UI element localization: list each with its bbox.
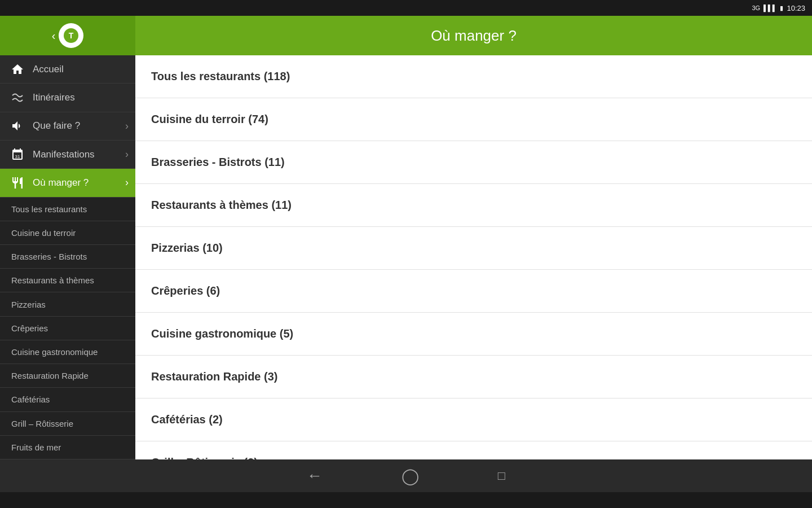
sidebar-label-manifestations: Manifestations: [33, 149, 95, 160]
header-title: Où manger ?: [135, 27, 812, 45]
fork-knife-icon: [9, 174, 26, 191]
sidebar-item-itineraires[interactable]: Itinéraires: [0, 84, 135, 112]
sub-item-restauration-rapide[interactable]: Restauration Rapide: [0, 364, 135, 388]
sub-item-restaurants-themes[interactable]: Restaurants à thèmes: [0, 269, 135, 292]
list-item-label-1: Cuisine du terroir (74): [151, 113, 268, 126]
sub-label-tous-restaurants: Tous les restaurants: [11, 204, 87, 214]
back-arrow-icon[interactable]: ‹: [52, 29, 56, 42]
sub-item-cuisine-terroir[interactable]: Cuisine du terroir: [0, 221, 135, 245]
sidebar-item-manifestations[interactable]: 31 Manifestations ›: [0, 141, 135, 169]
logo-svg: T: [63, 28, 79, 43]
list-item-label-6: Cuisine gastronomique (5): [151, 327, 293, 340]
sub-label-cafeterias: Cafétérias: [11, 395, 50, 404]
sub-item-tous-restaurants[interactable]: Tous les restaurants: [0, 198, 135, 221]
sub-label-restaurants-themes: Restaurants à thèmes: [11, 275, 94, 285]
sub-label-brasseries: Brasseries - Bistrots: [11, 252, 87, 261]
sub-item-brasseries[interactable]: Brasseries - Bistrots: [0, 245, 135, 269]
svg-text:T: T: [69, 31, 74, 40]
status-bar: 3G ▌▌▌ ▮ 10:23: [0, 0, 812, 16]
main-content: Tous les restaurants (118) Cuisine du te…: [135, 55, 812, 459]
list-item-cuisine-terroir[interactable]: Cuisine du terroir (74): [135, 98, 812, 141]
megaphone-icon: [9, 117, 26, 134]
sidebar-item-que-faire[interactable]: Que faire ? ›: [0, 112, 135, 141]
chevron-ou-manger: ›: [125, 177, 129, 189]
signal-icon: 3G: [752, 5, 760, 11]
time-display: 10:23: [787, 4, 805, 12]
sub-item-creperies[interactable]: Crêperies: [0, 317, 135, 340]
list-item-label-0: Tous les restaurants (118): [151, 70, 290, 83]
bottom-nav: ← ◯ □: [0, 459, 812, 492]
list-item-label-3: Restaurants à thèmes (11): [151, 199, 292, 212]
home-button[interactable]: ◯: [401, 467, 419, 485]
sidebar-label-accueil: Accueil: [33, 64, 64, 75]
app-container: ‹ T Où manger ? Accueil: [0, 16, 812, 492]
home-icon: [9, 61, 26, 78]
calendar-icon: 31: [9, 146, 26, 163]
list-item-label-7: Restauration Rapide (3): [151, 370, 277, 383]
list-item-label-5: Crêperies (6): [151, 284, 220, 297]
signal-bars: ▌▌▌: [764, 5, 776, 11]
list-item-label-2: Brasseries - Bistrots (11): [151, 156, 285, 169]
list-item-tous-restaurants[interactable]: Tous les restaurants (118): [135, 55, 812, 98]
recent-apps-button[interactable]: □: [498, 468, 505, 483]
sub-label-restauration-rapide: Restauration Rapide: [11, 371, 89, 380]
body-split: Accueil Itinéraires Q: [0, 55, 812, 459]
sub-item-grill[interactable]: Grill – Rôtisserie: [0, 412, 135, 436]
sidebar-item-accueil[interactable]: Accueil: [0, 55, 135, 84]
sidebar-item-ou-manger[interactable]: Où manger ? ›: [0, 169, 135, 197]
sub-label-fruits-mer: Fruits de mer: [11, 443, 61, 452]
sidebar-label-itineraires: Itinéraires: [33, 92, 75, 103]
list-item-brasseries[interactable]: Brasseries - Bistrots (11): [135, 141, 812, 184]
list-item-creperies[interactable]: Crêperies (6): [135, 270, 812, 313]
svg-text:31: 31: [15, 154, 20, 159]
list-item-cafeterias[interactable]: Cafétérias (2): [135, 398, 812, 441]
sidebar: Accueil Itinéraires Q: [0, 55, 135, 459]
sidebar-label-que-faire: Que faire ?: [33, 120, 80, 132]
sidebar-label-ou-manger: Où manger ?: [33, 177, 89, 189]
sub-item-cuisine-gastro[interactable]: Cuisine gastronomique: [0, 340, 135, 364]
sub-label-cuisine-terroir: Cuisine du terroir: [11, 228, 76, 238]
back-button[interactable]: ←: [307, 467, 323, 485]
sub-label-grill: Grill – Rôtisserie: [11, 419, 73, 428]
header-bar: ‹ T Où manger ?: [0, 16, 812, 55]
sub-label-pizzerias: Pizzerias: [11, 300, 46, 309]
sub-label-creperies: Crêperies: [11, 323, 48, 333]
list-item-restaurants-themes[interactable]: Restaurants à thèmes (11): [135, 184, 812, 227]
battery-icon: ▮: [780, 5, 783, 12]
chevron-manifestations: ›: [125, 148, 129, 160]
list-item-label-4: Pizzerias (10): [151, 242, 223, 255]
app-logo: T: [59, 23, 83, 48]
sub-item-cafeterias[interactable]: Cafétérias: [0, 388, 135, 411]
route-icon: [9, 89, 26, 106]
header-logo: ‹ T: [0, 16, 135, 55]
sub-label-cuisine-gastro: Cuisine gastronomique: [11, 347, 98, 357]
sub-item-pizzerias[interactable]: Pizzerias: [0, 292, 135, 316]
list-item-grill[interactable]: Grill – Rôtisserie (2): [135, 441, 812, 459]
list-item-label-8: Cafétérias (2): [151, 413, 223, 426]
list-item-restauration-rapide[interactable]: Restauration Rapide (3): [135, 356, 812, 398]
list-item-pizzerias[interactable]: Pizzerias (10): [135, 227, 812, 270]
list-item-cuisine-gastro[interactable]: Cuisine gastronomique (5): [135, 313, 812, 356]
sub-item-fruits-mer[interactable]: Fruits de mer: [0, 436, 135, 459]
chevron-que-faire: ›: [125, 120, 129, 132]
